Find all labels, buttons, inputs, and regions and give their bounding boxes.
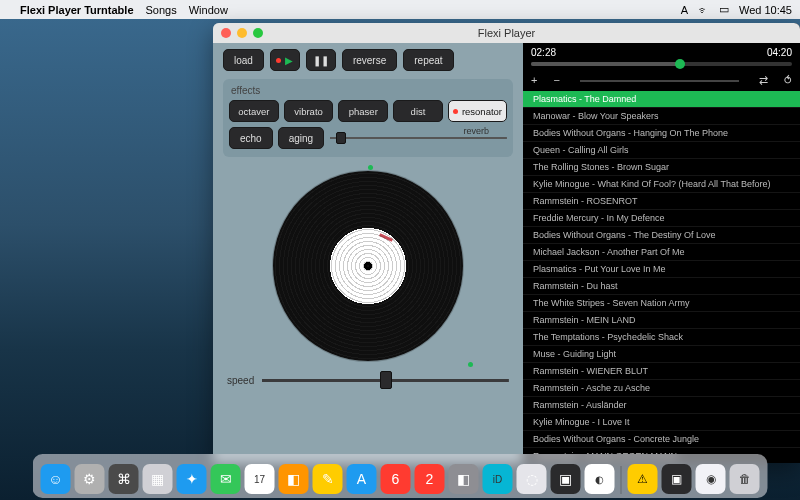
playlist-item[interactable]: Rammstein - Du hast	[523, 278, 800, 295]
dock-app-app17[interactable]: ◐	[585, 464, 615, 494]
effect-dist-button[interactable]: dist	[393, 100, 443, 122]
playlist-item[interactable]: The Temptations - Psychedelic Shack	[523, 329, 800, 346]
playlist-pane: 02:28 04:20 + − ⇄ ⥀ Plasmatics - The Dam…	[523, 23, 800, 463]
vinyl-record[interactable]	[273, 171, 463, 361]
dock-app-finder[interactable]: ☺	[41, 464, 71, 494]
playlist[interactable]: Plasmatics - The DamnedManowar - Blow Yo…	[523, 91, 800, 463]
playlist-item[interactable]: Rammstein - MEIN LAND	[523, 312, 800, 329]
marker-dot-icon	[368, 165, 373, 170]
effect-aging-button[interactable]: aging	[278, 127, 324, 149]
dock-app-app11[interactable]: 6	[381, 464, 411, 494]
dock-app-app8[interactable]: ◧	[279, 464, 309, 494]
app-menu[interactable]: Flexi Player Turntable	[20, 4, 134, 16]
menubar: Flexi Player Turntable Songs Window A ᯤ …	[0, 0, 800, 19]
dock-separator	[621, 466, 622, 494]
window-title: Flexi Player	[213, 27, 800, 39]
dock-app-app14[interactable]: iD	[483, 464, 513, 494]
effects-title: effects	[231, 85, 505, 96]
playlist-item[interactable]: Kylie Minogue - I Love It	[523, 414, 800, 431]
titlebar[interactable]: Flexi Player	[213, 23, 800, 43]
dock[interactable]: ☺⚙⌘▦✦✉17◧✎A62◧iD◌▣◐⚠▣◉🗑	[33, 454, 768, 498]
playlist-item[interactable]: Bodies Without Organs - Hanging On The P…	[523, 125, 800, 142]
load-button[interactable]: load	[223, 49, 264, 71]
time-total: 04:20	[767, 47, 792, 58]
dock-app-app12[interactable]: 2	[415, 464, 445, 494]
playlist-item[interactable]: Freddie Mercury - In My Defence	[523, 210, 800, 227]
effect-resonator-button[interactable]: resonator	[448, 100, 507, 122]
playlist-item[interactable]: Rammstein - Asche zu Asche	[523, 380, 800, 397]
dock-app-app15[interactable]: ◌	[517, 464, 547, 494]
playlist-item[interactable]: Bodies Without Organs - Concrete Jungle	[523, 431, 800, 448]
dock-app-calendar[interactable]: 17	[245, 464, 275, 494]
volume-slider[interactable]	[580, 80, 739, 82]
reverse-button[interactable]: reverse	[342, 49, 397, 71]
reverb-label: reverb	[463, 126, 489, 136]
dock-app-app-r2[interactable]: ▣	[662, 464, 692, 494]
zoom-icon[interactable]	[253, 28, 263, 38]
playlist-item[interactable]: Kylie Minogue - What Kind Of Fool? (Hear…	[523, 176, 800, 193]
repeat-button[interactable]: repeat	[403, 49, 453, 71]
repeat-playlist-button[interactable]: ⥀	[784, 74, 792, 87]
dock-app-launchpad[interactable]: ▦	[143, 464, 173, 494]
turntable[interactable]	[223, 161, 513, 371]
speed-slider[interactable]	[262, 371, 509, 389]
play-button[interactable]: ▶	[270, 49, 300, 71]
playlist-item[interactable]: Rammstein - Ausländer	[523, 397, 800, 414]
add-track-button[interactable]: +	[531, 74, 537, 87]
dock-app-messages[interactable]: ✉	[211, 464, 241, 494]
playlist-item[interactable]: Michael Jackson - Another Part Of Me	[523, 244, 800, 261]
playlist-item[interactable]: Queen - Calling All Girls	[523, 142, 800, 159]
close-icon[interactable]	[221, 28, 231, 38]
dock-app-app2[interactable]: ⚙	[75, 464, 105, 494]
dock-app-warn[interactable]: ⚠	[628, 464, 658, 494]
battery-icon[interactable]: ▭	[719, 3, 729, 16]
marker-dot-icon	[468, 362, 473, 367]
seek-slider[interactable]	[531, 62, 792, 66]
effect-echo-button[interactable]: echo	[229, 127, 273, 149]
player-window: Flexi Player load ▶ ❚❚ reverse repeat ef…	[213, 23, 800, 463]
playlist-item[interactable]: The White Stripes - Seven Nation Army	[523, 295, 800, 312]
effect-octaver-button[interactable]: octaver	[229, 100, 279, 122]
wifi-icon[interactable]: ᯤ	[698, 4, 709, 16]
status-a-icon[interactable]: A	[681, 4, 688, 16]
dock-app-app16[interactable]: ▣	[551, 464, 581, 494]
speed-label: speed	[227, 375, 254, 386]
dock-app-turntable[interactable]: ◉	[696, 464, 726, 494]
playlist-item[interactable]: The Rolling Stones - Brown Sugar	[523, 159, 800, 176]
dock-app-safari[interactable]: ✦	[177, 464, 207, 494]
playlist-item[interactable]: Plasmatics - Put Your Love In Me	[523, 261, 800, 278]
playlist-item[interactable]: Rammstein - ROSENROT	[523, 193, 800, 210]
turntable-pane: load ▶ ❚❚ reverse repeat effects octaver…	[213, 23, 523, 463]
effects-panel: effects octavervibratophaserdistresonato…	[223, 79, 513, 157]
remove-track-button[interactable]: −	[553, 74, 559, 87]
playlist-item[interactable]: Bodies Without Organs - The Destiny Of L…	[523, 227, 800, 244]
dock-app-appstore[interactable]: A	[347, 464, 377, 494]
playlist-item[interactable]: Muse - Guiding Light	[523, 346, 800, 363]
shuffle-button[interactable]: ⇄	[759, 74, 768, 87]
dock-app-app9[interactable]: ✎	[313, 464, 343, 494]
playlist-item[interactable]: Rammstein - WIENER BLUT	[523, 363, 800, 380]
menu-songs[interactable]: Songs	[146, 4, 177, 16]
playlist-item[interactable]: Manowar - Blow Your Speakers	[523, 108, 800, 125]
effect-vibrato-button[interactable]: vibrato	[284, 100, 334, 122]
time-elapsed: 02:28	[531, 47, 556, 58]
menu-window[interactable]: Window	[189, 4, 228, 16]
dock-app-app3[interactable]: ⌘	[109, 464, 139, 494]
effect-phaser-button[interactable]: phaser	[338, 100, 388, 122]
playlist-item[interactable]: Plasmatics - The Damned	[523, 91, 800, 108]
clock[interactable]: Wed 10:45	[739, 4, 792, 16]
dock-app-app13[interactable]: ◧	[449, 464, 479, 494]
minimize-icon[interactable]	[237, 28, 247, 38]
needle-icon	[379, 233, 393, 242]
pause-button[interactable]: ❚❚	[306, 49, 336, 71]
dock-app-trash[interactable]: 🗑	[730, 464, 760, 494]
